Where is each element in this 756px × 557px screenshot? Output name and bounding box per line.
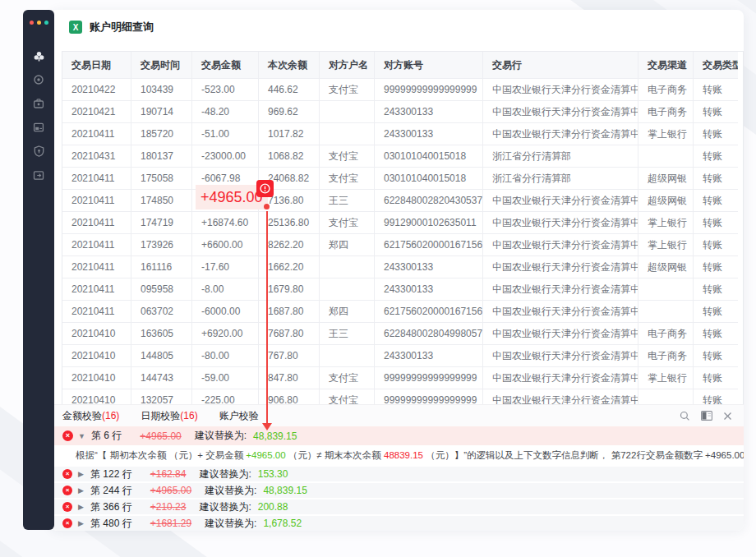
table-cell: 转账 <box>694 168 738 190</box>
validation-issue-row[interactable]: ×▶第 366 行+210.23建议替换为:200.88 <box>51 499 744 514</box>
table-cell: 中国农业银行天津分行资金清算中心 <box>483 212 638 234</box>
table-cell: 电子商务 <box>638 79 694 101</box>
table-row[interactable]: 20210411175058-6067.9824068.82支付宝0301010… <box>62 168 743 190</box>
excel-file-icon: X <box>69 21 82 34</box>
table-cell: 支付宝 <box>320 389 375 404</box>
table-cell <box>320 101 375 123</box>
caret-right-icon[interactable]: ▶ <box>77 503 85 511</box>
table-cell: 支付宝 <box>320 367 375 389</box>
table-row[interactable]: 20210410144805-80.00767.80243300133中国农业银… <box>62 345 743 367</box>
caret-right-icon[interactable]: ▶ <box>77 470 85 478</box>
table-cell: 99999999999999999 <box>375 367 483 389</box>
table-row[interactable]: 20210431180137-23000.001068.82支付宝0301010… <box>62 145 743 168</box>
gear-icon[interactable] <box>32 73 45 86</box>
issue-hint-label: 建议替换为: <box>205 517 256 531</box>
table-cell: 030101040015018 <box>375 145 483 168</box>
briefcase-icon[interactable] <box>32 97 45 110</box>
split-view-icon[interactable] <box>700 410 712 422</box>
issue-detail-text: 根据“【 期初本次余额 （元）+ 交易金额 +4965.00 （元）≠ 期末本次… <box>51 445 744 465</box>
validation-tab-1[interactable]: 金额校验(16) <box>62 409 119 423</box>
table-cell: 243300133 <box>375 256 483 278</box>
table-cell: 99999999999999999 <box>375 389 483 404</box>
shield-icon[interactable] <box>32 145 45 158</box>
issue-suggested-value: 48,839.15 <box>263 485 307 496</box>
image-icon[interactable] <box>32 121 45 134</box>
table-row[interactable]: 20210411173926+6600.008262.20郑四621756020… <box>62 234 743 256</box>
table-cell: 中国农业银行天津分行资金清算中心 <box>483 278 638 301</box>
issue-suggested-value: 153.30 <box>258 468 288 480</box>
window-close-dot[interactable] <box>30 21 34 25</box>
table-cell: 20210411 <box>62 123 131 145</box>
validation-issue-row[interactable]: ×▶第 122 行+162.84建议替换为:153.30 <box>51 467 744 481</box>
caret-right-icon[interactable]: ▶ <box>77 486 85 495</box>
table-cell: -48.20 <box>192 101 259 123</box>
app-logo-icon[interactable] <box>32 49 45 62</box>
column-header: 本次余额 <box>259 52 320 79</box>
table-cell: +6920.00 <box>192 323 259 345</box>
validation-issue-row[interactable]: ×▶第 480 行+1681.29建议替换为:1,678.52 <box>51 516 744 531</box>
close-icon[interactable] <box>721 410 734 422</box>
validation-tab-2[interactable]: 日期校验(16) <box>141 409 197 423</box>
table-cell: 243300133 <box>375 278 483 301</box>
table-cell <box>638 145 694 168</box>
column-header: 交易日期 <box>62 52 131 79</box>
column-header: 交易金额 <box>192 52 259 79</box>
table-cell: 1068.82 <box>259 145 320 168</box>
table-row[interactable]: 20210410132057-225.00906.80支付宝9999999999… <box>62 389 743 404</box>
table-cell: 1687.80 <box>259 301 320 323</box>
table-cell: 20210411 <box>62 256 131 278</box>
caret-down-icon[interactable]: ▼ <box>78 432 85 440</box>
detail-segment: 48839.15 <box>384 450 423 460</box>
table-cell: 175058 <box>131 168 192 190</box>
table-cell: 中国农业银行天津分行资金清算中心 <box>483 256 638 278</box>
transactions-table: 交易日期交易时间交易金额本次余额对方户名对方账号交易行交易渠道交易类型20210… <box>62 51 744 404</box>
table-row[interactable]: 20210422103439-523.00446.62支付宝9999999999… <box>62 79 743 101</box>
table-row[interactable]: 20210411161116-17.601662.20243300133中国农业… <box>62 256 743 278</box>
table-row[interactable]: 20210410163605+6920.007687.80王三622848002… <box>62 323 743 345</box>
table-cell: 中国农业银行天津分行资金清算中心 <box>483 301 638 323</box>
error-circle-icon: × <box>62 469 72 479</box>
error-circle-icon: × <box>62 430 73 441</box>
window-zoom-dot[interactable] <box>44 21 48 25</box>
table-cell: 转账 <box>694 278 738 301</box>
issue-suggested-value: 48,839.15 <box>253 430 297 442</box>
issue-hint-label: 建议替换为: <box>199 500 251 514</box>
table-cell: 161116 <box>131 256 192 278</box>
validation-tab-3[interactable]: 账户校验 <box>219 409 259 423</box>
table-cell: 王三 <box>320 323 375 345</box>
table-cell: 支付宝 <box>320 145 375 168</box>
table-cell: 转账 <box>694 234 738 256</box>
table-cell: 030101040015018 <box>375 168 483 190</box>
validation-issue-row[interactable]: ×▶第 244 行+4965.00建议替换为:48,839.15 <box>51 483 744 498</box>
export-icon[interactable] <box>32 168 45 182</box>
tab-error-count: (16) <box>102 410 119 421</box>
caret-right-icon[interactable]: ▶ <box>77 519 85 527</box>
table-row[interactable]: 20210411063702-6000.001687.80郑四621756020… <box>62 301 743 323</box>
table-cell: 906.80 <box>259 389 320 404</box>
table-cell <box>638 278 694 301</box>
table-row[interactable]: 20210411185720-51.001017.82243300133中国农业… <box>62 123 743 145</box>
table-cell: 847.80 <box>259 367 320 389</box>
table-cell: 掌上银行 <box>638 123 694 145</box>
sidebar <box>23 10 54 530</box>
table-cell: -51.00 <box>192 123 259 145</box>
table-cell <box>320 256 375 278</box>
table-row[interactable]: 20210411174719+16874.6025136.80支付宝991290… <box>62 212 743 234</box>
table-row[interactable]: 20210421190714-48.20969.62243300133中国农业银… <box>62 101 743 123</box>
validation-issue-row[interactable]: ×▼第 6 行+4965.00建议替换为:48,839.15 <box>51 426 744 445</box>
search-icon[interactable] <box>679 410 691 422</box>
table-cell: 103439 <box>131 79 192 101</box>
table-cell: 185720 <box>131 123 192 145</box>
table-row[interactable]: 20210411095958-8.001679.80243300133中国农业银… <box>62 278 743 301</box>
table-cell: 095958 <box>131 278 192 301</box>
table-cell: 20210411 <box>62 301 131 323</box>
table-cell: 转账 <box>694 123 738 145</box>
window-minimize-dot[interactable] <box>37 21 41 25</box>
table-cell: 144805 <box>131 345 192 367</box>
issue-old-value: +4965.00 <box>150 485 191 496</box>
exclamation-circle-icon[interactable] <box>256 180 274 197</box>
table-row[interactable]: 20210410144743-59.00847.80支付宝99999999999… <box>62 367 743 389</box>
table-row[interactable]: 20210411174850+4965.007136.80王三622848002… <box>62 190 743 212</box>
table-cell: 163605 <box>131 323 192 345</box>
table-cell: 中国农业银行天津分行资金清算中心 <box>483 345 638 367</box>
